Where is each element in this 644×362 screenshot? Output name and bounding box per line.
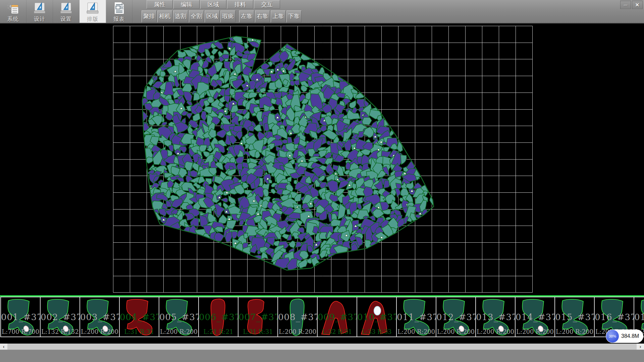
thumbnail-piece-002[interactable]: 002_#37L:132 R:132 bbox=[40, 297, 80, 337]
app-button-design[interactable]: 设计 bbox=[26, 0, 53, 23]
thumbnail-piece-010[interactable]: 010_#37L:33 R:33 bbox=[357, 297, 397, 337]
application-window: 系统 设计 设置 排版 bbox=[0, 0, 644, 362]
tool-button-defect[interactable]: 瑕疵 bbox=[220, 10, 235, 22]
thumbnail-piece-013[interactable]: 013_#37L:200 R:200 bbox=[475, 297, 516, 337]
window-controls: ─ ✕ bbox=[619, 1, 643, 9]
piece-shape bbox=[397, 297, 436, 337]
app-button-label: 排版 bbox=[87, 16, 98, 23]
piece-shape bbox=[41, 297, 80, 337]
design-icon bbox=[33, 1, 47, 15]
ribbon-bar: 系统 设计 设置 排版 bbox=[0, 0, 644, 23]
tab-properties[interactable]: 属性 bbox=[147, 0, 173, 9]
nesting-icon bbox=[86, 1, 100, 15]
tool-button-camera[interactable]: 相机 bbox=[157, 10, 172, 22]
system-icon bbox=[6, 1, 20, 15]
scroll-right-button[interactable]: › bbox=[637, 344, 644, 350]
close-button[interactable]: ✕ bbox=[632, 1, 643, 9]
app-button-label: 设计 bbox=[34, 16, 45, 23]
tool-button-cut-selected[interactable]: 选割 bbox=[173, 10, 188, 22]
tab-nest[interactable]: 排料 bbox=[227, 0, 253, 9]
app-button-label: 设置 bbox=[60, 16, 72, 23]
app-button-system[interactable]: 系统 bbox=[0, 0, 26, 23]
thumbnail-piece-008[interactable]: 008_#37L:200 R:200 bbox=[277, 297, 318, 337]
tool-button-cut-all[interactable]: 全割 bbox=[189, 10, 204, 22]
settings-icon bbox=[59, 1, 73, 15]
memory-value: 384.8M bbox=[621, 333, 639, 339]
piece-shape bbox=[357, 297, 397, 337]
piece-shape bbox=[80, 297, 120, 337]
tool-button-cluster-nest[interactable]: 聚排 bbox=[142, 10, 157, 22]
piece-shape bbox=[436, 297, 476, 337]
memory-percent-badge: 38% bbox=[606, 330, 619, 343]
piece-shape bbox=[120, 297, 159, 337]
piece-shape bbox=[278, 297, 318, 337]
thumbnail-piece-004[interactable]: 004_#37L:31 R:31 bbox=[119, 297, 159, 337]
app-button-label: 报表 bbox=[113, 16, 125, 23]
thumbnail-piece-005[interactable]: 005_#37L:200 R:200 bbox=[159, 297, 199, 337]
app-button-label: 系统 bbox=[7, 16, 19, 23]
piece-shape bbox=[159, 297, 199, 337]
chevron-right-icon: › bbox=[640, 344, 641, 350]
report-icon bbox=[112, 1, 126, 15]
horizontal-scrollbar[interactable]: ‹ › bbox=[0, 344, 644, 350]
piece-shape bbox=[476, 297, 516, 337]
tab-interact[interactable]: 交互 bbox=[254, 0, 280, 9]
tool-button-align-top[interactable]: 上靠 bbox=[271, 10, 286, 22]
piece-shape bbox=[1, 297, 41, 337]
memory-status-pill: 38% 384.8M bbox=[606, 329, 643, 343]
thumbnail-piece-015[interactable]: 015_#37L:200 R:200 bbox=[554, 297, 595, 337]
chevron-left-icon: ‹ bbox=[3, 344, 5, 350]
ribbon-tabs: 属性 编辑 区域 排料 交互 bbox=[147, 0, 281, 9]
piece-shape bbox=[199, 297, 238, 337]
tool-button-area[interactable]: 区域 bbox=[205, 10, 220, 22]
thumbnail-piece-011[interactable]: 011_#37L:200 R:200 bbox=[396, 297, 436, 337]
thumbnail-piece-006[interactable]: 006_#37L:21 R:21 bbox=[198, 297, 238, 337]
tool-button-align-left[interactable]: 左靠 bbox=[239, 10, 254, 22]
tab-edit[interactable]: 编辑 bbox=[173, 0, 200, 9]
app-button-nesting[interactable]: 排版 bbox=[79, 0, 106, 23]
app-mode-bar: 系统 设计 设置 排版 bbox=[0, 0, 132, 23]
app-button-settings[interactable]: 设置 bbox=[53, 0, 79, 23]
app-button-report[interactable]: 报表 bbox=[106, 0, 132, 23]
piece-thumbnail-strip: 001_#37L:700 R:700002_#37L:132 R:132003_… bbox=[0, 295, 644, 344]
piece-shape bbox=[516, 297, 555, 337]
thumbnail-piece-014[interactable]: 014_#37L:200 R:200 bbox=[515, 297, 555, 337]
nesting-workspace[interactable] bbox=[0, 23, 644, 295]
tool-button-align-bottom[interactable]: 下靠 bbox=[286, 10, 302, 22]
tab-region[interactable]: 区域 bbox=[200, 0, 226, 9]
thumbnail-piece-001[interactable]: 001_#37L:700 R:700 bbox=[0, 297, 41, 337]
thumbnail-piece-007[interactable]: 007_#37L:31 R:31 bbox=[238, 297, 278, 337]
piece-shape bbox=[555, 297, 595, 337]
piece-shape bbox=[238, 297, 278, 337]
thumbnail-piece-012[interactable]: 012_#37L:200 R:200 bbox=[436, 297, 476, 337]
status-bar bbox=[0, 350, 644, 362]
scroll-left-button[interactable]: ‹ bbox=[0, 344, 7, 350]
minimize-button[interactable]: ─ bbox=[620, 1, 631, 9]
ribbon-toolbar: 聚排相机选割全割区域瑕疵左靠右靠上靠下靠 bbox=[142, 10, 302, 22]
thumbnail-piece-003[interactable]: 003_#37L:200 R:200 bbox=[79, 297, 120, 337]
thumbnail-piece-009[interactable]: 009_#37L:32 R:31 bbox=[317, 297, 357, 337]
piece-shape bbox=[318, 297, 357, 337]
nest-canvas[interactable] bbox=[0, 23, 644, 295]
tool-button-align-right[interactable]: 右靠 bbox=[255, 10, 270, 22]
